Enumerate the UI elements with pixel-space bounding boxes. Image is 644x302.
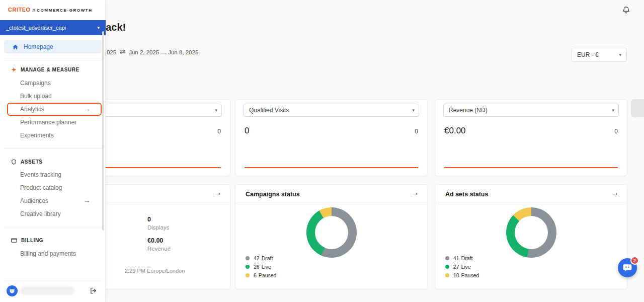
campaigns-status-card: Campaigns status → 42 Draft 26 Live: [235, 184, 428, 289]
currency-value: EUR - €: [577, 51, 599, 58]
donut-hole: [515, 216, 548, 249]
legend-count: 10: [453, 272, 459, 278]
chevron-down-icon: ▾: [619, 52, 621, 57]
section-title: MANAGE & MEASURE: [21, 67, 79, 72]
metric-selector[interactable]: Qualified Visits ▾: [244, 104, 419, 117]
sidebar-item-product-catalog[interactable]: Product catalog: [20, 181, 62, 194]
sidebar: CRITEO // COMMERCE-GROWTH _ctotest_adver…: [0, 0, 106, 302]
sidebar-item-analytics[interactable]: Analytics: [20, 103, 44, 116]
section-header-assets: ASSETS: [11, 158, 43, 165]
card-header: Ad sets status →: [435, 185, 627, 203]
sidebar-item-billing-and-payments[interactable]: Billing and payments: [20, 247, 76, 260]
legend-label: Live: [262, 264, 271, 270]
divider: [4, 60, 102, 60]
legend-item: 41 Draft: [445, 255, 479, 261]
legend-count: 27: [453, 264, 459, 270]
kpi-sparkline: [245, 167, 418, 168]
submenu-arrow-icon: →: [84, 103, 90, 116]
legend-count: 26: [254, 264, 260, 270]
sparkle-icon: [11, 67, 17, 72]
legend-count: 42: [254, 255, 260, 261]
sidebar-item-experiments[interactable]: Experiments: [20, 129, 54, 142]
chat-bubble-button[interactable]: 2: [618, 258, 637, 277]
user-avatar[interactable]: [7, 285, 18, 296]
sidebar-item-bulk-upload[interactable]: Bulk upload: [20, 90, 52, 103]
chart-legend: 42 Draft 26 Live 6 Paused: [246, 255, 276, 280]
legend-dot: [246, 256, 250, 260]
sidebar-item-performance-planner[interactable]: Performance planner: [20, 116, 76, 129]
notifications-bell-icon[interactable]: [622, 6, 631, 15]
legend-item: 10 Paused: [445, 272, 479, 278]
stat-value: €0.00: [147, 237, 171, 244]
section-title: ASSETS: [21, 159, 43, 165]
open-arrow-icon[interactable]: →: [214, 188, 222, 197]
legend-count: 41: [453, 255, 459, 261]
card-title: Ad sets status: [445, 191, 488, 198]
chat-unread-badge: 2: [630, 256, 639, 265]
adsets-status-card: Ad sets status → 41 Draft 27 Live: [435, 184, 627, 289]
date-prefix: 025: [107, 49, 116, 55]
floating-tab[interactable]: [631, 99, 644, 117]
sidebar-item-campaigns[interactable]: Campaigns: [20, 77, 51, 90]
legend-label: Live: [461, 264, 471, 270]
sidebar-scrollbar-thumb[interactable]: [102, 31, 104, 231]
kpi-card: Revenue (ND) ▾ €0.00 0: [435, 99, 627, 176]
date-range-selector[interactable]: 025 Jun 2, 2025 — Jun 8, 2025: [107, 49, 198, 55]
home-icon: [12, 44, 19, 50]
advertiser-name: _ctotest_advertiser_capi: [6, 25, 66, 31]
advertiser-selector[interactable]: _ctotest_advertiser_capi ▾: [0, 20, 106, 35]
legend-label: Draft: [461, 255, 473, 261]
donut-chart: [306, 207, 357, 258]
logo-brand: CRITEO: [8, 7, 31, 13]
open-arrow-icon[interactable]: →: [611, 188, 619, 197]
chart-legend: 41 Draft 27 Live 10 Paused: [445, 255, 479, 280]
logo-suite: COMMERCE-GROWTH: [37, 8, 93, 13]
sidebar-item-label: Homepage: [24, 43, 53, 50]
sidebar-item-events-tracking[interactable]: Events tracking: [20, 168, 61, 181]
card-title: Campaigns status: [246, 191, 300, 198]
legend-count: 6: [254, 272, 257, 278]
sidebar-item-homepage[interactable]: Homepage: [4, 40, 102, 53]
last-sync-timestamp: 2:29 PM Europe/London: [125, 268, 185, 274]
legend-dot: [445, 273, 449, 277]
kpi-card: Qualified Visits ▾ 0 0: [235, 99, 428, 176]
divider: [4, 227, 102, 228]
section-title: BILLING: [21, 238, 43, 243]
currency-selector[interactable]: EUR - € ▾: [572, 48, 627, 62]
submenu-arrow-icon: →: [84, 194, 90, 207]
chevron-down-icon: ▾: [412, 108, 415, 113]
legend-label: Draft: [262, 255, 273, 261]
divider: [4, 281, 102, 281]
kpi-secondary-value: 0: [614, 128, 618, 135]
divider: [4, 148, 102, 149]
legend-dot: [445, 265, 449, 269]
sidebar-item-creative-library[interactable]: Creative library: [20, 207, 61, 220]
chevron-down-icon: ▾: [97, 25, 100, 30]
summary-stats: 0 Displays €0.00 Revenue: [147, 216, 171, 258]
legend-item: 42 Draft: [246, 255, 276, 261]
user-name-redacted: [20, 286, 74, 295]
legend-label: Paused: [259, 272, 277, 278]
card-header: Campaigns status →: [235, 185, 427, 203]
criteo-logo: CRITEO // COMMERCE-GROWTH: [8, 7, 93, 13]
legend-dot: [445, 256, 449, 260]
chevron-down-icon: ▾: [612, 108, 614, 113]
open-arrow-icon[interactable]: →: [411, 188, 419, 197]
compare-arrows-icon: [119, 49, 126, 55]
metric-selector-value: Qualified Visits: [249, 107, 289, 114]
legend-item: 26 Live: [246, 263, 276, 270]
legend-item: 27 Live: [445, 263, 479, 270]
legend-dot: [246, 265, 250, 269]
logout-icon[interactable]: [90, 287, 97, 294]
chat-icon: [622, 263, 632, 273]
donut-hole: [315, 216, 348, 249]
legend-item: 6 Paused: [246, 272, 276, 278]
kpi-secondary-value: 0: [217, 128, 221, 135]
legend-dot: [246, 273, 250, 277]
section-header-billing: BILLING: [11, 237, 43, 244]
stat-value: 0: [147, 216, 171, 223]
chevron-down-icon: ▾: [215, 108, 217, 113]
sidebar-item-audiences[interactable]: Audiences: [20, 194, 48, 207]
credit-card-icon: [11, 238, 17, 243]
metric-selector[interactable]: Revenue (ND) ▾: [443, 104, 619, 117]
